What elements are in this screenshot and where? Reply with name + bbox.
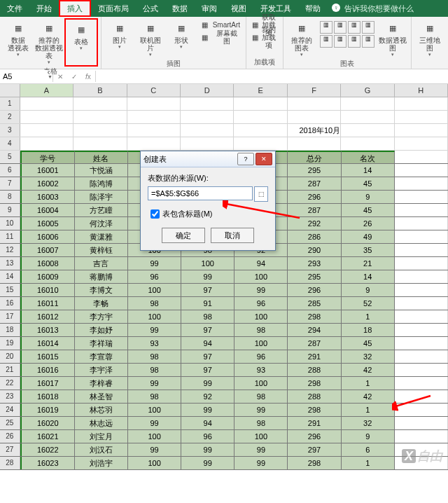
cell[interactable]: 97 bbox=[181, 284, 234, 296]
cell[interactable]: 99 bbox=[181, 404, 234, 416]
cell[interactable] bbox=[395, 417, 448, 429]
cell[interactable]: 285 bbox=[288, 297, 341, 310]
cell[interactable] bbox=[20, 124, 74, 137]
cell[interactable]: 16011 bbox=[20, 297, 75, 310]
cell[interactable]: 黄梓钰 bbox=[75, 244, 128, 256]
row-header[interactable]: 22 bbox=[0, 377, 20, 390]
cell[interactable]: 97 bbox=[181, 324, 234, 336]
ribbon-button[interactable]: ▦三维地图▾ bbox=[414, 18, 445, 59]
cell[interactable]: 100 bbox=[128, 284, 181, 296]
cell[interactable]: 李方宇 bbox=[75, 310, 128, 323]
row-header[interactable]: 7 bbox=[0, 177, 20, 190]
cell[interactable]: 姓名 bbox=[75, 151, 128, 163]
cell[interactable]: 9 bbox=[342, 430, 395, 443]
ribbon-button[interactable]: ▦联机图片▾ bbox=[135, 18, 166, 59]
cell[interactable]: 陈鸿博 bbox=[75, 177, 128, 190]
row-header[interactable]: 21 bbox=[0, 364, 20, 376]
cell[interactable] bbox=[127, 137, 181, 150]
cell[interactable]: 何汶泽 bbox=[75, 217, 128, 230]
cell[interactable]: 16007 bbox=[20, 244, 75, 256]
row-header[interactable]: 28 bbox=[0, 457, 20, 469]
cell[interactable]: 18 bbox=[342, 324, 395, 336]
cell[interactable]: 99 bbox=[128, 377, 181, 390]
cell[interactable] bbox=[288, 111, 341, 123]
row-header[interactable]: 9 bbox=[0, 204, 20, 216]
cell[interactable] bbox=[341, 124, 394, 137]
cell[interactable]: 99 bbox=[181, 443, 234, 456]
cell[interactable]: 100 bbox=[234, 270, 288, 283]
cell[interactable]: 98 bbox=[128, 297, 181, 310]
cell[interactable] bbox=[181, 124, 234, 137]
cell[interactable]: 林圣智 bbox=[75, 390, 128, 403]
cell[interactable]: 9 bbox=[342, 191, 395, 203]
cell[interactable]: 98 bbox=[234, 417, 288, 429]
cancel-button[interactable]: 取消 bbox=[211, 228, 254, 243]
cell[interactable]: 21 bbox=[342, 257, 395, 270]
cell[interactable]: 蒋鹏博 bbox=[75, 270, 128, 283]
cell[interactable] bbox=[395, 390, 448, 403]
cell[interactable] bbox=[74, 124, 127, 137]
ok-button[interactable]: 确定 bbox=[162, 228, 205, 243]
source-range-input[interactable] bbox=[148, 186, 253, 200]
cell[interactable]: 94 bbox=[181, 417, 234, 429]
ribbon-button[interactable]: ▦推荐的数据透视表▾ bbox=[34, 18, 64, 67]
select-all-corner[interactable] bbox=[0, 84, 20, 97]
cell[interactable]: 16016 bbox=[20, 364, 75, 376]
cell[interactable]: 16014 bbox=[20, 337, 75, 350]
column-header[interactable]: H bbox=[395, 84, 448, 97]
cell[interactable] bbox=[234, 124, 287, 137]
cell[interactable] bbox=[395, 230, 448, 243]
ribbon-button[interactable]: ▦表格▾ bbox=[64, 18, 98, 67]
cell[interactable] bbox=[395, 137, 448, 150]
cell[interactable] bbox=[395, 310, 448, 323]
cell[interactable]: 刘宝月 bbox=[75, 430, 128, 443]
row-header[interactable]: 23 bbox=[0, 390, 20, 403]
row-header[interactable]: 24 bbox=[0, 404, 20, 416]
cell[interactable]: 李宣蓉 bbox=[75, 350, 128, 363]
cell[interactable] bbox=[20, 111, 74, 123]
cell[interactable] bbox=[395, 257, 448, 270]
row-header[interactable]: 19 bbox=[0, 337, 20, 350]
cell[interactable]: 97 bbox=[181, 364, 234, 376]
cell[interactable] bbox=[74, 111, 127, 123]
name-box-dropdown-icon[interactable]: ▼ bbox=[48, 74, 52, 79]
cell[interactable]: 李宇泽 bbox=[75, 364, 128, 376]
cell[interactable]: 1 bbox=[342, 404, 395, 416]
cell[interactable]: 293 bbox=[288, 257, 341, 270]
cell[interactable] bbox=[127, 97, 181, 110]
cell[interactable]: 287 bbox=[288, 204, 341, 216]
cell[interactable]: 52 bbox=[342, 297, 395, 310]
cell[interactable]: 96 bbox=[234, 297, 288, 310]
cell[interactable] bbox=[395, 97, 448, 110]
cell[interactable] bbox=[395, 297, 448, 310]
cell[interactable] bbox=[234, 137, 287, 150]
cell[interactable]: 49 bbox=[342, 230, 395, 243]
dialog-close-button[interactable]: ✕ bbox=[255, 153, 272, 165]
cell[interactable]: 16005 bbox=[20, 217, 75, 230]
cell[interactable] bbox=[395, 217, 448, 230]
cell[interactable]: 6 bbox=[342, 443, 395, 456]
row-header[interactable]: 15 bbox=[0, 284, 20, 296]
cell[interactable] bbox=[395, 284, 448, 296]
ribbon-button[interactable]: ▦数据透视表▾ bbox=[3, 18, 34, 67]
cell[interactable]: 李博文 bbox=[75, 284, 128, 296]
cell[interactable]: 287 bbox=[288, 337, 341, 350]
dialog-help-button[interactable]: ? bbox=[237, 153, 254, 165]
cell[interactable]: 16010 bbox=[20, 284, 75, 296]
cell[interactable]: 295 bbox=[288, 164, 341, 177]
cell[interactable]: 总分 bbox=[288, 151, 341, 163]
cell[interactable]: 李如妤 bbox=[75, 324, 128, 336]
cell[interactable]: 16009 bbox=[20, 270, 75, 283]
cell[interactable]: 陈泽宇 bbox=[75, 191, 128, 203]
cell[interactable]: 16004 bbox=[20, 204, 75, 216]
row-header[interactable]: 16 bbox=[0, 297, 20, 310]
cell[interactable]: 16012 bbox=[20, 310, 75, 323]
fx-icon[interactable]: fx bbox=[81, 73, 95, 81]
cell[interactable]: 298 bbox=[288, 457, 341, 469]
cell[interactable]: 98 bbox=[234, 324, 288, 336]
menu-item-公式[interactable]: 公式 bbox=[136, 0, 165, 17]
name-box-input[interactable] bbox=[0, 70, 48, 83]
cell[interactable]: 99 bbox=[128, 417, 181, 429]
cell[interactable]: 288 bbox=[288, 390, 341, 403]
menu-item-视图[interactable]: 视图 bbox=[224, 0, 253, 17]
